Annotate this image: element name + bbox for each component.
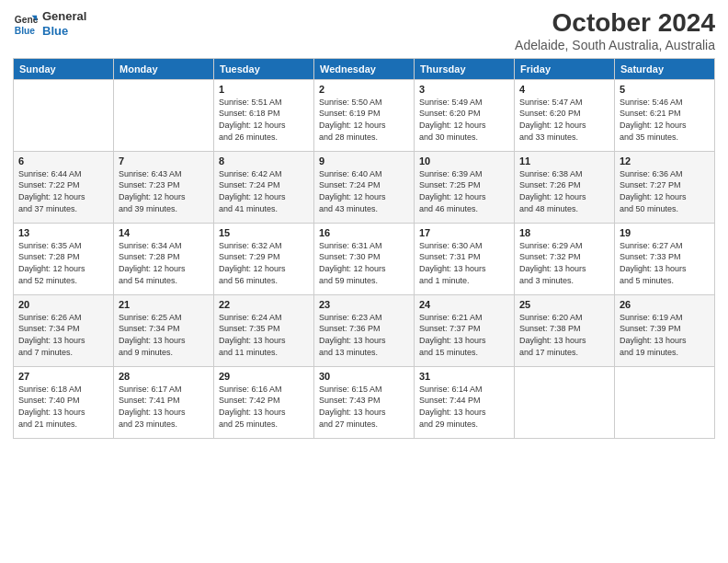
day-info: Sunrise: 6:15 AM Sunset: 7:43 PM Dayligh…	[319, 384, 409, 430]
calendar-cell: 6Sunrise: 6:44 AM Sunset: 7:22 PM Daylig…	[14, 151, 114, 223]
day-info: Sunrise: 6:24 AM Sunset: 7:35 PM Dayligh…	[219, 312, 309, 358]
calendar-cell: 19Sunrise: 6:27 AM Sunset: 7:33 PM Dayli…	[615, 223, 715, 294]
day-number: 3	[419, 84, 509, 95]
calendar-cell: 18Sunrise: 6:29 AM Sunset: 7:32 PM Dayli…	[515, 223, 615, 294]
calendar-cell: 12Sunrise: 6:36 AM Sunset: 7:27 PM Dayli…	[615, 151, 715, 223]
day-number: 29	[219, 371, 309, 382]
day-number: 21	[119, 299, 209, 310]
weekday-header: Saturday	[615, 58, 715, 79]
calendar-cell: 26Sunrise: 6:19 AM Sunset: 7:39 PM Dayli…	[615, 294, 715, 366]
day-info: Sunrise: 6:42 AM Sunset: 7:24 PM Dayligh…	[219, 168, 309, 214]
day-info: Sunrise: 6:25 AM Sunset: 7:34 PM Dayligh…	[119, 312, 209, 358]
day-number: 7	[119, 155, 209, 167]
logo: General Blue General Blue	[13, 9, 86, 38]
day-number: 25	[519, 299, 609, 310]
day-info: Sunrise: 6:44 AM Sunset: 7:22 PM Dayligh…	[18, 168, 108, 214]
day-number: 20	[18, 299, 108, 310]
calendar-cell: 24Sunrise: 6:21 AM Sunset: 7:37 PM Dayli…	[415, 294, 515, 366]
day-number: 5	[620, 84, 710, 95]
day-number: 8	[219, 155, 309, 167]
day-info: Sunrise: 6:35 AM Sunset: 7:28 PM Dayligh…	[18, 240, 108, 286]
day-info: Sunrise: 6:34 AM Sunset: 7:28 PM Dayligh…	[119, 240, 209, 286]
logo-icon: General Blue	[13, 11, 39, 37]
day-info: Sunrise: 5:51 AM Sunset: 6:18 PM Dayligh…	[219, 97, 309, 143]
day-info: Sunrise: 6:14 AM Sunset: 7:44 PM Dayligh…	[419, 384, 509, 430]
calendar-table: SundayMondayTuesdayWednesdayThursdayFrid…	[13, 58, 715, 439]
day-number: 6	[18, 155, 108, 167]
calendar-cell: 14Sunrise: 6:34 AM Sunset: 7:28 PM Dayli…	[114, 223, 214, 294]
calendar-cell: 15Sunrise: 6:32 AM Sunset: 7:29 PM Dayli…	[214, 223, 314, 294]
calendar-cell: 28Sunrise: 6:17 AM Sunset: 7:41 PM Dayli…	[114, 366, 214, 438]
calendar-cell: 1Sunrise: 5:51 AM Sunset: 6:18 PM Daylig…	[214, 79, 314, 151]
day-number: 4	[519, 84, 609, 95]
day-number: 18	[519, 227, 609, 238]
day-info: Sunrise: 6:32 AM Sunset: 7:29 PM Dayligh…	[219, 240, 309, 286]
page-subtitle: Adelaide, South Australia, Australia	[515, 38, 715, 52]
day-info: Sunrise: 6:19 AM Sunset: 7:39 PM Dayligh…	[620, 312, 710, 358]
day-number: 23	[319, 299, 409, 310]
day-number: 28	[119, 371, 209, 382]
calendar-cell: 17Sunrise: 6:30 AM Sunset: 7:31 PM Dayli…	[415, 223, 515, 294]
day-info: Sunrise: 6:16 AM Sunset: 7:42 PM Dayligh…	[219, 384, 309, 430]
day-number: 14	[119, 227, 209, 238]
weekday-header: Friday	[515, 58, 615, 79]
day-info: Sunrise: 5:49 AM Sunset: 6:20 PM Dayligh…	[419, 97, 509, 143]
calendar-week-row: 6Sunrise: 6:44 AM Sunset: 7:22 PM Daylig…	[14, 151, 715, 223]
calendar-cell: 8Sunrise: 6:42 AM Sunset: 7:24 PM Daylig…	[214, 151, 314, 223]
weekday-header: Thursday	[415, 58, 515, 79]
calendar-week-row: 20Sunrise: 6:26 AM Sunset: 7:34 PM Dayli…	[14, 294, 715, 366]
title-block: October 2024 Adelaide, South Australia, …	[515, 9, 715, 52]
calendar-week-row: 13Sunrise: 6:35 AM Sunset: 7:28 PM Dayli…	[14, 223, 715, 294]
day-info: Sunrise: 6:39 AM Sunset: 7:25 PM Dayligh…	[419, 168, 509, 214]
day-info: Sunrise: 6:31 AM Sunset: 7:30 PM Dayligh…	[319, 240, 409, 286]
day-info: Sunrise: 6:18 AM Sunset: 7:40 PM Dayligh…	[18, 384, 108, 430]
day-info: Sunrise: 6:20 AM Sunset: 7:38 PM Dayligh…	[519, 312, 609, 358]
calendar-week-row: 27Sunrise: 6:18 AM Sunset: 7:40 PM Dayli…	[14, 366, 715, 438]
calendar-header-row: SundayMondayTuesdayWednesdayThursdayFrid…	[14, 58, 715, 79]
day-info: Sunrise: 6:27 AM Sunset: 7:33 PM Dayligh…	[620, 240, 710, 286]
calendar-cell: 2Sunrise: 5:50 AM Sunset: 6:19 PM Daylig…	[314, 79, 415, 151]
day-number: 9	[319, 155, 409, 167]
calendar-cell	[515, 366, 615, 438]
logo-text-general: General	[42, 9, 86, 24]
calendar-cell: 25Sunrise: 6:20 AM Sunset: 7:38 PM Dayli…	[515, 294, 615, 366]
calendar-cell	[14, 79, 114, 151]
calendar-cell: 31Sunrise: 6:14 AM Sunset: 7:44 PM Dayli…	[415, 366, 515, 438]
calendar-cell: 5Sunrise: 5:46 AM Sunset: 6:21 PM Daylig…	[615, 79, 715, 151]
calendar-cell: 7Sunrise: 6:43 AM Sunset: 7:23 PM Daylig…	[114, 151, 214, 223]
calendar-cell: 21Sunrise: 6:25 AM Sunset: 7:34 PM Dayli…	[114, 294, 214, 366]
weekday-header: Monday	[114, 58, 214, 79]
calendar-cell: 29Sunrise: 6:16 AM Sunset: 7:42 PM Dayli…	[214, 366, 314, 438]
day-info: Sunrise: 6:40 AM Sunset: 7:24 PM Dayligh…	[319, 168, 409, 214]
calendar-cell: 11Sunrise: 6:38 AM Sunset: 7:26 PM Dayli…	[515, 151, 615, 223]
day-info: Sunrise: 6:21 AM Sunset: 7:37 PM Dayligh…	[419, 312, 509, 358]
calendar-cell	[114, 79, 214, 151]
calendar-cell: 22Sunrise: 6:24 AM Sunset: 7:35 PM Dayli…	[214, 294, 314, 366]
calendar-cell: 27Sunrise: 6:18 AM Sunset: 7:40 PM Dayli…	[14, 366, 114, 438]
day-info: Sunrise: 6:26 AM Sunset: 7:34 PM Dayligh…	[18, 312, 108, 358]
day-number: 15	[219, 227, 309, 238]
day-info: Sunrise: 6:30 AM Sunset: 7:31 PM Dayligh…	[419, 240, 509, 286]
calendar-cell	[615, 366, 715, 438]
day-number: 13	[18, 227, 108, 238]
day-number: 2	[319, 84, 409, 95]
day-info: Sunrise: 5:46 AM Sunset: 6:21 PM Dayligh…	[620, 97, 710, 143]
calendar-cell: 20Sunrise: 6:26 AM Sunset: 7:34 PM Dayli…	[14, 294, 114, 366]
calendar-cell: 30Sunrise: 6:15 AM Sunset: 7:43 PM Dayli…	[314, 366, 415, 438]
calendar-cell: 23Sunrise: 6:23 AM Sunset: 7:36 PM Dayli…	[314, 294, 415, 366]
day-info: Sunrise: 6:36 AM Sunset: 7:27 PM Dayligh…	[620, 168, 710, 214]
day-number: 31	[419, 371, 509, 382]
day-info: Sunrise: 6:43 AM Sunset: 7:23 PM Dayligh…	[119, 168, 209, 214]
weekday-header: Tuesday	[214, 58, 314, 79]
weekday-header: Wednesday	[314, 58, 415, 79]
day-info: Sunrise: 6:38 AM Sunset: 7:26 PM Dayligh…	[519, 168, 609, 214]
calendar-cell: 3Sunrise: 5:49 AM Sunset: 6:20 PM Daylig…	[415, 79, 515, 151]
day-number: 17	[419, 227, 509, 238]
day-number: 26	[620, 299, 710, 310]
page-title: October 2024	[515, 9, 715, 38]
day-number: 27	[18, 371, 108, 382]
day-number: 10	[419, 155, 509, 167]
calendar-cell: 13Sunrise: 6:35 AM Sunset: 7:28 PM Dayli…	[14, 223, 114, 294]
day-info: Sunrise: 6:23 AM Sunset: 7:36 PM Dayligh…	[319, 312, 409, 358]
day-number: 30	[319, 371, 409, 382]
